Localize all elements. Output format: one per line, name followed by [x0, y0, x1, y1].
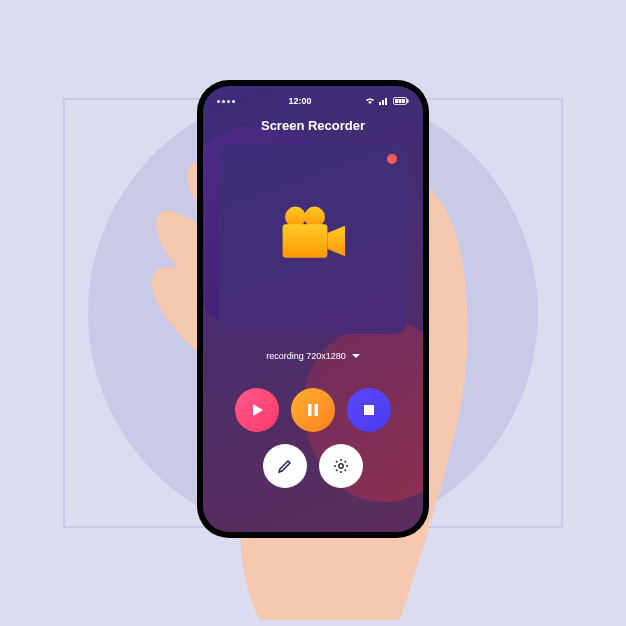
pause-button[interactable] [291, 388, 335, 432]
wifi-icon [365, 97, 375, 105]
playback-controls [203, 388, 423, 432]
app-title: Screen Recorder [203, 118, 423, 133]
chevron-down-icon [352, 354, 360, 359]
svg-rect-13 [364, 405, 374, 415]
cellular-icon [379, 97, 389, 105]
phone-screen: 12:00 Screen Recorder [203, 86, 423, 532]
svg-rect-4 [395, 99, 398, 103]
svg-rect-10 [283, 224, 328, 258]
signal-dots-icon [217, 100, 235, 103]
svg-rect-1 [382, 100, 384, 105]
stop-button[interactable] [347, 388, 391, 432]
resolution-selector[interactable]: recording 720x1280 [203, 351, 423, 361]
stop-icon [361, 402, 377, 418]
tool-controls [203, 444, 423, 488]
svg-rect-5 [399, 99, 402, 103]
battery-icon [393, 97, 409, 105]
svg-rect-7 [407, 99, 409, 103]
svg-rect-11 [308, 404, 312, 416]
edit-button[interactable] [263, 444, 307, 488]
svg-rect-6 [402, 99, 405, 103]
phone-frame: 12:00 Screen Recorder [197, 80, 429, 538]
preview-card [219, 144, 407, 334]
gear-icon [333, 458, 349, 474]
pause-icon [305, 402, 321, 418]
resolution-label: recording 720x1280 [266, 351, 346, 361]
svg-point-14 [339, 464, 343, 468]
svg-rect-0 [379, 102, 381, 105]
status-bar: 12:00 [217, 96, 409, 106]
play-button[interactable] [235, 388, 279, 432]
settings-button[interactable] [319, 444, 363, 488]
play-icon [249, 402, 265, 418]
camera-icon [273, 197, 353, 281]
recording-indicator-icon [387, 154, 397, 164]
svg-rect-12 [315, 404, 319, 416]
pencil-icon [277, 458, 293, 474]
svg-rect-2 [385, 98, 387, 105]
status-time: 12:00 [288, 96, 311, 106]
